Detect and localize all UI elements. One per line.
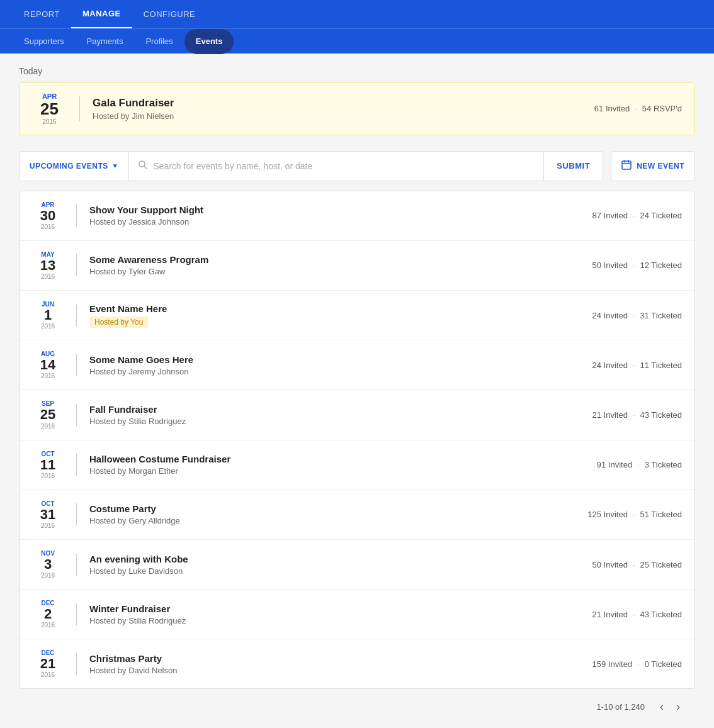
event-info: Show Your Support Night Hosted by Jessic… <box>89 204 592 227</box>
today-event-host: Hosted by Jim Nielsen <box>93 111 594 121</box>
event-divider <box>76 603 77 625</box>
event-day: 2 <box>44 607 52 622</box>
event-year: 2016 <box>41 572 55 579</box>
event-host: Hosted by David Nelson <box>89 666 592 675</box>
subnav-profiles[interactable]: Profiles <box>134 29 184 54</box>
event-name: Costume Party <box>89 503 587 514</box>
stat-dot: · <box>633 361 635 370</box>
event-row[interactable]: MAY 13 2016 Some Awareness Program Hoste… <box>20 241 694 291</box>
prev-page-button[interactable]: ‹ <box>657 698 666 716</box>
pagination-info: 1-10 of 1,240 <box>596 702 645 712</box>
today-event-date: APR 25 2016 <box>32 92 67 125</box>
event-divider <box>76 204 77 227</box>
event-info: Winter Fundraiser Hosted by Stilia Rodri… <box>89 603 592 625</box>
event-name: An evening with Kobe <box>89 554 592 564</box>
main-content: Today APR 25 2016 Gala Fundraiser Hosted… <box>0 53 714 728</box>
event-info: Costume Party Hosted by Gery Alldridge <box>89 503 587 525</box>
event-info: Halloween Costume Fundraiser Hosted by M… <box>89 454 597 476</box>
subnav-payments[interactable]: Payments <box>76 29 135 54</box>
stat-dot: · <box>633 610 635 619</box>
event-day: 25 <box>40 407 55 422</box>
event-host: Hosted by Stilia Rodriguez <box>89 417 592 426</box>
nav-manage[interactable]: MANAGE <box>71 0 132 28</box>
search-input[interactable] <box>153 161 535 171</box>
event-host: Hosted by Stilia Rodriguez <box>89 616 592 625</box>
event-name: Event Name Here <box>89 303 592 314</box>
event-day: 21 <box>40 656 55 671</box>
event-invited: 24 Invited <box>592 311 628 320</box>
event-row[interactable]: AUG 14 2016 Some Name Goes Here Hosted b… <box>20 340 694 390</box>
today-event-card[interactable]: APR 25 2016 Gala Fundraiser Hosted by Ji… <box>19 82 695 135</box>
event-row[interactable]: OCT 31 2016 Costume Party Hosted by Gery… <box>20 490 694 540</box>
event-ticketed: 12 Ticketed <box>640 260 683 270</box>
stat-dot: · <box>637 659 640 669</box>
event-year: 2016 <box>41 372 55 379</box>
today-event-day: 25 <box>40 100 59 118</box>
event-year: 2016 <box>41 473 55 479</box>
today-rsvpd: 54 RSVP'd <box>642 104 682 113</box>
event-row[interactable]: JUN 1 2016 Event Name Here Hosted by You… <box>20 291 694 340</box>
event-invited: 87 Invited <box>592 211 628 220</box>
event-invited: 21 Invited <box>592 410 628 420</box>
today-event-info: Gala Fundraiser Hosted by Jim Nielsen <box>93 97 594 121</box>
event-month: APR <box>41 201 54 208</box>
event-ticketed: 31 Ticketed <box>640 311 683 320</box>
event-divider <box>76 305 77 327</box>
event-invited: 24 Invited <box>592 361 628 370</box>
submit-button[interactable]: SUBMIT <box>543 152 603 181</box>
pagination: 1-10 of 1,240 ‹ › <box>19 689 695 725</box>
nav-configure[interactable]: CONFIGURE <box>132 0 207 28</box>
calendar-icon <box>621 160 632 172</box>
subnav-events[interactable]: Events <box>184 29 234 54</box>
event-name: Winter Fundraiser <box>89 603 592 614</box>
event-host: Hosted by Morgan Ether <box>89 466 597 476</box>
event-stats: 159 Invited · 0 Ticketed <box>592 659 683 669</box>
filter-dropdown[interactable]: UPCOMING EVENTS ▼ <box>20 152 129 181</box>
event-row[interactable]: NOV 3 2016 An evening with Kobe Hosted b… <box>20 540 694 590</box>
event-invited: 50 Invited <box>592 260 628 270</box>
nav-report[interactable]: REPORT <box>13 0 71 28</box>
sub-nav: Supporters Payments Profiles Events <box>0 28 714 53</box>
event-date-block: DEC 2 2016 <box>32 600 64 629</box>
event-ticketed: 25 Ticketed <box>640 560 683 569</box>
new-event-label: NEW EVENT <box>637 162 684 171</box>
event-divider <box>76 554 77 576</box>
event-invited: 21 Invited <box>592 610 628 619</box>
event-row[interactable]: SEP 25 2016 Fall Fundraiser Hosted by St… <box>20 390 694 440</box>
filter-bar: UPCOMING EVENTS ▼ SUBMIT <box>19 151 603 181</box>
event-divider <box>76 254 77 276</box>
event-row[interactable]: APR 30 2016 Show Your Support Night Host… <box>20 191 694 241</box>
event-stats: 24 Invited · 31 Ticketed <box>592 311 683 320</box>
today-event-name: Gala Fundraiser <box>93 97 594 109</box>
today-event-stats: 61 Invited · 54 RSVP'd <box>594 104 682 113</box>
event-ticketed: 3 Ticketed <box>645 460 682 469</box>
chevron-down-icon: ▼ <box>112 162 118 169</box>
stat-dot: · <box>633 260 635 270</box>
event-row[interactable]: OCT 11 2016 Halloween Costume Fundraiser… <box>20 440 694 490</box>
next-page-button[interactable]: › <box>674 698 683 716</box>
event-stats: 21 Invited · 43 Ticketed <box>592 610 683 619</box>
today-label: Today <box>19 66 695 76</box>
event-row[interactable]: DEC 2 2016 Winter Fundraiser Hosted by S… <box>20 590 694 639</box>
event-date-block: OCT 11 2016 <box>32 451 64 479</box>
event-stats: 50 Invited · 25 Ticketed <box>592 560 683 569</box>
stat-dot: · <box>637 460 640 469</box>
subnav-supporters[interactable]: Supporters <box>13 29 76 54</box>
event-divider <box>76 354 77 376</box>
event-divider <box>76 653 77 675</box>
event-invited: 125 Invited <box>587 510 628 519</box>
event-stats: 50 Invited · 12 Ticketed <box>592 260 683 270</box>
event-year: 2016 <box>41 671 55 678</box>
event-day: 13 <box>40 258 55 273</box>
new-event-button[interactable]: NEW EVENT <box>611 151 695 181</box>
event-ticketed: 0 Ticketed <box>645 659 682 669</box>
search-icon <box>138 160 148 172</box>
event-host: Hosted by Luke Davidson <box>89 566 592 576</box>
event-day: 30 <box>40 208 55 223</box>
event-name: Some Awareness Program <box>89 254 592 265</box>
event-date-block: DEC 21 2016 <box>32 649 64 678</box>
event-divider <box>76 503 77 525</box>
event-stats: 24 Invited · 11 Ticketed <box>592 361 683 370</box>
event-row[interactable]: DEC 21 2016 Christmas Party Hosted by Da… <box>20 639 694 688</box>
today-invited: 61 Invited <box>594 104 630 113</box>
